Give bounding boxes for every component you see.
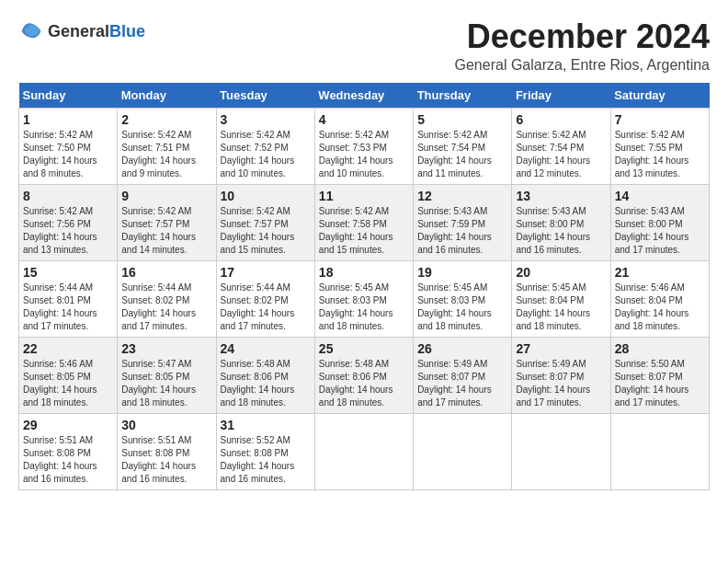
sunset-label: Sunset: 8:03 PM bbox=[319, 295, 387, 305]
sunset-label: Sunset: 7:58 PM bbox=[319, 219, 387, 229]
day-number: 8 bbox=[23, 189, 113, 203]
calendar-cell: 31 Sunrise: 5:52 AM Sunset: 8:08 PM Dayl… bbox=[216, 413, 314, 489]
day-info: Sunrise: 5:42 AM Sunset: 7:52 PM Dayligh… bbox=[221, 129, 311, 180]
day-number: 29 bbox=[23, 418, 113, 432]
calendar-week-row: 29 Sunrise: 5:51 AM Sunset: 8:08 PM Dayl… bbox=[19, 413, 710, 489]
daylight-minutes: and 16 minutes. bbox=[516, 245, 581, 255]
day-number: 12 bbox=[417, 189, 507, 203]
daylight-label: Daylight: 14 hours bbox=[615, 308, 689, 318]
day-number: 25 bbox=[319, 341, 409, 356]
day-info: Sunrise: 5:52 AM Sunset: 8:08 PM Dayligh… bbox=[221, 434, 311, 486]
day-info: Sunrise: 5:43 AM Sunset: 8:00 PM Dayligh… bbox=[615, 205, 705, 257]
daylight-minutes: and 13 minutes. bbox=[23, 245, 88, 255]
day-number: 23 bbox=[121, 341, 211, 356]
calendar-cell: 22 Sunrise: 5:46 AM Sunset: 8:05 PM Dayl… bbox=[19, 337, 118, 413]
day-info: Sunrise: 5:49 AM Sunset: 8:07 PM Dayligh… bbox=[516, 358, 606, 409]
logo-icon bbox=[18, 18, 44, 44]
sunrise-label: Sunrise: 5:46 AM bbox=[23, 359, 93, 369]
day-info: Sunrise: 5:43 AM Sunset: 7:59 PM Dayligh… bbox=[417, 205, 507, 257]
day-number: 7 bbox=[615, 112, 705, 127]
day-info: Sunrise: 5:42 AM Sunset: 7:55 PM Dayligh… bbox=[615, 129, 705, 180]
daylight-minutes: and 16 minutes. bbox=[23, 474, 88, 484]
daylight-label: Daylight: 14 hours bbox=[417, 155, 492, 166]
weekday-header-sunday: Sunday bbox=[19, 83, 118, 109]
sunset-label: Sunset: 7:54 PM bbox=[516, 143, 584, 153]
sunset-label: Sunset: 8:01 PM bbox=[23, 295, 91, 305]
day-info: Sunrise: 5:42 AM Sunset: 7:54 PM Dayligh… bbox=[417, 129, 507, 180]
sunset-label: Sunset: 8:02 PM bbox=[121, 295, 189, 305]
sunset-label: Sunset: 7:59 PM bbox=[417, 219, 485, 229]
sunrise-label: Sunrise: 5:51 AM bbox=[121, 435, 191, 445]
day-info: Sunrise: 5:42 AM Sunset: 7:51 PM Dayligh… bbox=[121, 129, 211, 180]
sunrise-label: Sunrise: 5:50 AM bbox=[615, 359, 685, 369]
calendar-cell: 10 Sunrise: 5:42 AM Sunset: 7:57 PM Dayl… bbox=[216, 184, 314, 260]
day-info: Sunrise: 5:51 AM Sunset: 8:08 PM Dayligh… bbox=[121, 434, 211, 486]
calendar-cell: 1 Sunrise: 5:42 AM Sunset: 7:50 PM Dayli… bbox=[19, 108, 118, 184]
calendar-week-row: 15 Sunrise: 5:44 AM Sunset: 8:01 PM Dayl… bbox=[19, 260, 710, 337]
daylight-label: Daylight: 14 hours bbox=[516, 308, 590, 318]
daylight-minutes: and 17 minutes. bbox=[615, 397, 680, 408]
day-info: Sunrise: 5:42 AM Sunset: 7:53 PM Dayligh… bbox=[319, 129, 409, 180]
calendar-cell bbox=[610, 413, 709, 489]
day-number: 22 bbox=[23, 341, 113, 356]
day-info: Sunrise: 5:45 AM Sunset: 8:04 PM Dayligh… bbox=[516, 282, 606, 333]
day-info: Sunrise: 5:45 AM Sunset: 8:03 PM Dayligh… bbox=[417, 282, 507, 333]
weekday-header-row: SundayMondayTuesdayWednesdayThursdayFrid… bbox=[19, 83, 710, 109]
location-title: General Galarza, Entre Rios, Argentina bbox=[455, 57, 710, 74]
sunrise-label: Sunrise: 5:44 AM bbox=[121, 282, 191, 293]
day-number: 17 bbox=[221, 265, 311, 280]
weekday-header-monday: Monday bbox=[118, 83, 216, 109]
daylight-label: Daylight: 14 hours bbox=[615, 232, 689, 242]
daylight-label: Daylight: 14 hours bbox=[319, 155, 393, 166]
day-number: 2 bbox=[121, 112, 211, 127]
sunrise-label: Sunrise: 5:52 AM bbox=[221, 435, 290, 445]
day-info: Sunrise: 5:46 AM Sunset: 8:05 PM Dayligh… bbox=[23, 358, 113, 409]
day-number: 3 bbox=[221, 112, 311, 127]
day-info: Sunrise: 5:42 AM Sunset: 7:58 PM Dayligh… bbox=[319, 205, 409, 257]
daylight-minutes: and 18 minutes. bbox=[516, 321, 581, 331]
sunrise-label: Sunrise: 5:42 AM bbox=[615, 130, 685, 140]
daylight-minutes: and 18 minutes. bbox=[221, 397, 286, 408]
daylight-minutes: and 14 minutes. bbox=[121, 245, 187, 255]
day-info: Sunrise: 5:49 AM Sunset: 8:07 PM Dayligh… bbox=[417, 358, 507, 409]
calendar-cell: 6 Sunrise: 5:42 AM Sunset: 7:54 PM Dayli… bbox=[512, 108, 610, 184]
daylight-label: Daylight: 14 hours bbox=[23, 232, 97, 242]
daylight-label: Daylight: 14 hours bbox=[516, 155, 590, 166]
day-number: 27 bbox=[516, 341, 606, 356]
daylight-minutes: and 11 minutes. bbox=[417, 168, 483, 178]
day-number: 15 bbox=[23, 265, 113, 280]
calendar-cell bbox=[512, 413, 610, 489]
day-number: 19 bbox=[417, 265, 507, 280]
sunrise-label: Sunrise: 5:45 AM bbox=[516, 282, 586, 293]
sunrise-label: Sunrise: 5:45 AM bbox=[319, 282, 389, 293]
sunset-label: Sunset: 8:00 PM bbox=[516, 219, 584, 229]
daylight-label: Daylight: 14 hours bbox=[221, 232, 295, 242]
daylight-minutes: and 9 minutes. bbox=[121, 168, 182, 178]
day-number: 20 bbox=[516, 265, 606, 280]
daylight-label: Daylight: 14 hours bbox=[121, 461, 196, 471]
day-number: 13 bbox=[516, 189, 606, 203]
daylight-label: Daylight: 14 hours bbox=[23, 461, 97, 471]
sunset-label: Sunset: 8:05 PM bbox=[121, 372, 189, 382]
calendar-cell: 24 Sunrise: 5:48 AM Sunset: 8:06 PM Dayl… bbox=[216, 337, 314, 413]
day-number: 24 bbox=[221, 341, 311, 356]
sunrise-label: Sunrise: 5:46 AM bbox=[615, 282, 685, 293]
daylight-minutes: and 17 minutes. bbox=[121, 321, 187, 331]
day-info: Sunrise: 5:50 AM Sunset: 8:07 PM Dayligh… bbox=[615, 358, 705, 409]
daylight-label: Daylight: 14 hours bbox=[221, 308, 295, 318]
calendar-cell: 28 Sunrise: 5:50 AM Sunset: 8:07 PM Dayl… bbox=[610, 337, 709, 413]
sunrise-label: Sunrise: 5:48 AM bbox=[221, 359, 290, 369]
sunrise-label: Sunrise: 5:48 AM bbox=[319, 359, 389, 369]
calendar-cell: 5 Sunrise: 5:42 AM Sunset: 7:54 PM Dayli… bbox=[414, 108, 512, 184]
calendar-cell: 17 Sunrise: 5:44 AM Sunset: 8:02 PM Dayl… bbox=[216, 260, 314, 337]
day-number: 18 bbox=[319, 265, 409, 280]
daylight-minutes: and 17 minutes. bbox=[221, 321, 286, 331]
daylight-minutes: and 18 minutes. bbox=[417, 321, 483, 331]
daylight-minutes: and 13 minutes. bbox=[615, 168, 680, 178]
day-number: 31 bbox=[221, 418, 311, 432]
sunset-label: Sunset: 7:53 PM bbox=[319, 143, 387, 153]
daylight-label: Daylight: 14 hours bbox=[121, 385, 196, 395]
sunset-label: Sunset: 8:03 PM bbox=[417, 295, 485, 305]
day-info: Sunrise: 5:44 AM Sunset: 8:01 PM Dayligh… bbox=[23, 282, 113, 333]
day-number: 30 bbox=[121, 418, 211, 432]
